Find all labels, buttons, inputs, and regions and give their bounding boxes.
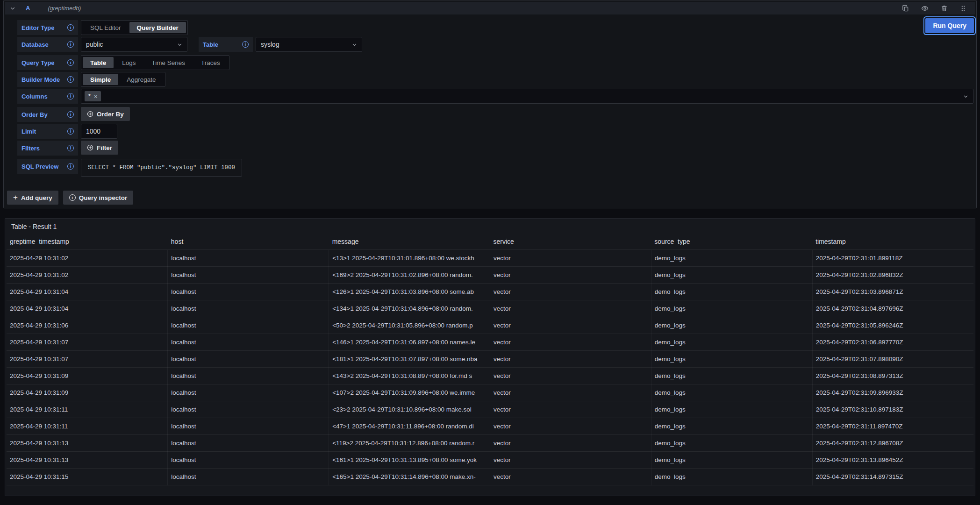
run-query-button[interactable]: Run Query <box>925 18 974 33</box>
drag-handle-icon[interactable] <box>956 5 970 12</box>
radio-option-aggregate[interactable]: Aggregate <box>119 74 163 85</box>
info-icon[interactable]: i <box>67 24 74 31</box>
table-cell: vector <box>490 418 651 435</box>
table-cell: demo_logs <box>651 351 812 368</box>
plus-icon: + <box>13 193 18 202</box>
info-icon[interactable]: i <box>67 41 74 48</box>
database-label-box: Database i <box>17 37 78 52</box>
results-table-header: greptime_timestamphostmessageservicesour… <box>7 235 973 250</box>
table-cell: 2025-04-29 10:31:02 <box>7 250 168 267</box>
add-query-button[interactable]: + Add query <box>7 191 58 205</box>
column-chip[interactable]: *× <box>85 91 101 101</box>
columns-multiselect[interactable]: *× <box>81 89 973 104</box>
duplicate-query-icon[interactable] <box>898 5 913 12</box>
radio-option-simple[interactable]: Simple <box>83 74 118 85</box>
table-cell: localhost <box>168 317 329 334</box>
table-cell: demo_logs <box>651 384 812 401</box>
table-cell: 2025-04-29 10:31:07 <box>7 351 168 368</box>
radio-option-query-builder[interactable]: Query Builder <box>129 22 186 33</box>
table-select[interactable]: syslog <box>256 37 362 52</box>
info-icon[interactable]: i <box>67 93 74 100</box>
column-chip-label: * <box>88 93 91 100</box>
order-by-button-label: Order By <box>97 111 124 118</box>
info-icon[interactable]: i <box>67 111 74 118</box>
table-cell: localhost <box>168 334 329 351</box>
table-cell: 2025-04-29 10:31:09 <box>7 384 168 401</box>
table-cell: localhost <box>168 300 329 317</box>
filters-label-box: Filters i <box>17 141 78 156</box>
table-cell: <119>2 2025-04-29T10:31:12.896+08:00 ran… <box>329 435 490 452</box>
collapse-chevron-icon[interactable] <box>10 6 15 11</box>
limit-input[interactable] <box>81 124 117 139</box>
table-cell: <161>1 2025-04-29T10:31:13.895+08:00 som… <box>329 452 490 469</box>
radio-option-time-series[interactable]: Time Series <box>144 57 193 68</box>
info-circle-icon: i <box>69 194 76 201</box>
table-cell: 2025-04-29 10:31:07 <box>7 334 168 351</box>
table-cell: <165>1 2025-04-29T10:31:14.896+08:00 mak… <box>329 469 490 485</box>
database-select[interactable]: public <box>81 37 187 52</box>
query-fields: Editor Type i SQL EditorQuery Builder Da… <box>4 14 976 177</box>
table-cell: localhost <box>168 418 329 435</box>
table-cell: 2025-04-29T02:31:04.897696Z <box>812 300 973 317</box>
table-cell: 2025-04-29T02:31:09.896933Z <box>812 384 973 401</box>
column-header-timestamp[interactable]: timestamp <box>812 235 973 250</box>
info-icon[interactable]: i <box>67 145 74 151</box>
table-row: 2025-04-29 10:31:15localhost<165>1 2025-… <box>7 469 973 485</box>
radio-option-table[interactable]: Table <box>83 57 114 68</box>
column-header-greptime_timestamp[interactable]: greptime_timestamp <box>7 235 168 250</box>
query-footer-buttons: + Add query i Query inspector <box>7 191 976 205</box>
table-cell: demo_logs <box>651 267 812 284</box>
table-row: 2025-04-29 10:31:13localhost<161>1 2025-… <box>7 452 973 469</box>
query-inspector-button[interactable]: i Query inspector <box>63 191 134 205</box>
query-inspector-button-label: Query inspector <box>79 194 128 201</box>
table-cell: <13>1 2025-04-29T10:31:01.896+08:00 we.s… <box>329 250 490 267</box>
hide-query-eye-icon[interactable] <box>917 5 932 12</box>
remove-chip-icon[interactable]: × <box>94 93 98 100</box>
radio-option-sql-editor[interactable]: SQL Editor <box>83 22 129 33</box>
delete-query-trash-icon[interactable] <box>937 5 951 12</box>
table-cell: <143>2 2025-04-29T10:31:08.897+08:00 for… <box>329 368 490 384</box>
editor-type-radio-group: SQL EditorQuery Builder <box>81 20 188 35</box>
table-cell: 2025-04-29T02:31:08.897313Z <box>812 368 973 384</box>
order-by-label-box: Order By i <box>17 107 78 122</box>
radio-option-logs[interactable]: Logs <box>114 57 143 68</box>
add-order-by-button[interactable]: Order By <box>81 107 130 121</box>
column-header-service[interactable]: service <box>490 235 651 250</box>
table-cell: 2025-04-29T02:31:05.896246Z <box>812 317 973 334</box>
table-cell: <146>1 2025-04-29T10:31:06.897+08:00 nam… <box>329 334 490 351</box>
table-cell: 2025-04-29 10:31:09 <box>7 368 168 384</box>
table-cell: <169>2 2025-04-29T10:31:02.896+08:00 ran… <box>329 267 490 284</box>
column-header-host[interactable]: host <box>168 235 329 250</box>
table-cell: demo_logs <box>651 334 812 351</box>
query-type-row: Query Type i TableLogsTime SeriesTraces <box>17 55 976 70</box>
order-by-row: Order By i Order By <box>17 107 976 122</box>
table-cell: 2025-04-29T02:31:12.896708Z <box>812 435 973 452</box>
info-icon[interactable]: i <box>242 41 249 48</box>
query-editor-section: A (greptimedb) <box>3 0 977 208</box>
info-icon[interactable]: i <box>67 59 74 66</box>
table-cell: localhost <box>168 284 329 300</box>
info-icon[interactable]: i <box>67 76 74 83</box>
radio-option-traces[interactable]: Traces <box>193 57 228 68</box>
table-cell: localhost <box>168 351 329 368</box>
column-header-source_type[interactable]: source_type <box>651 235 812 250</box>
table-cell: vector <box>490 452 651 469</box>
order-by-label: Order By <box>21 111 67 118</box>
table-cell: vector <box>490 250 651 267</box>
column-header-message[interactable]: message <box>329 235 490 250</box>
limit-label-box: Limit i <box>17 124 78 139</box>
builder-mode-radio-group: SimpleAggregate <box>81 72 165 87</box>
query-row-header[interactable]: A (greptimedb) <box>5 2 975 14</box>
info-icon[interactable]: i <box>67 163 74 170</box>
add-filter-button[interactable]: Filter <box>81 141 118 155</box>
table-cell: <50>2 2025-04-29T10:31:05.896+08:00 rand… <box>329 317 490 334</box>
table-cell: <181>1 2025-04-29T10:31:07.897+08:00 som… <box>329 351 490 368</box>
database-label: Database <box>21 41 67 48</box>
sql-preview-code: SELECT * FROM "public"."syslog" LIMIT 10… <box>81 159 242 177</box>
table-cell: 2025-04-29 10:31:11 <box>7 401 168 418</box>
table-cell: demo_logs <box>651 469 812 485</box>
table-cell: vector <box>490 317 651 334</box>
info-icon[interactable]: i <box>67 128 74 135</box>
database-select-value: public <box>86 41 173 48</box>
panel-title: Table - Result 1 <box>7 219 973 235</box>
